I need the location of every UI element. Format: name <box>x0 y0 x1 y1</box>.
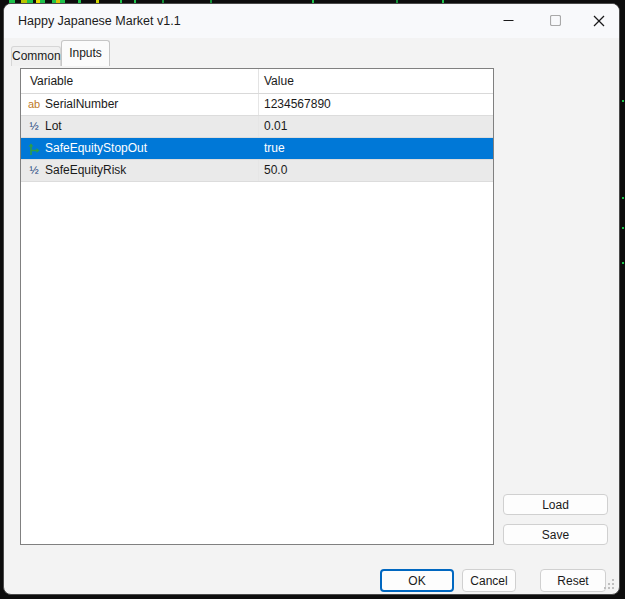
variable-value[interactable]: true <box>259 138 493 159</box>
tab-common-label: Common <box>12 49 61 63</box>
tab-inputs-label: Inputs <box>69 46 102 60</box>
text-type-icon: ab <box>26 94 42 115</box>
variable-name: SafeEquityStopOut <box>45 138 147 159</box>
maximize-button[interactable] <box>533 5 577 36</box>
save-button[interactable]: Save <box>503 524 608 545</box>
variable-name: SafeEquityRisk <box>45 160 126 181</box>
column-header-variable[interactable]: Variable <box>21 69 259 93</box>
expert-properties-dialog: Happy Japanese Market v1.1 Common <box>3 3 620 595</box>
table-row-lot[interactable]: ½ Lot 0.01 <box>21 116 493 138</box>
table-row-safeequityrisk[interactable]: ½ SafeEquityRisk 50.0 <box>21 160 493 182</box>
enum-type-icon <box>26 142 42 156</box>
inputs-table: Variable Value ab SerialNumber 123456789… <box>20 68 494 545</box>
maximize-icon <box>550 15 561 26</box>
background-chart-speck <box>622 197 624 199</box>
variable-value[interactable]: 50.0 <box>259 160 493 181</box>
reset-button[interactable]: Reset <box>540 569 606 592</box>
table-header: Variable Value <box>21 69 493 94</box>
load-button[interactable]: Load <box>503 494 608 515</box>
window-title: Happy Japanese Market v1.1 <box>18 4 181 38</box>
tab-inputs[interactable]: Inputs <box>61 40 110 66</box>
variable-value[interactable]: 0.01 <box>259 116 493 137</box>
column-header-value[interactable]: Value <box>259 69 493 93</box>
table-row-serialnumber[interactable]: ab SerialNumber 1234567890 <box>21 94 493 116</box>
background-chart-speck <box>622 227 624 229</box>
number-type-icon: ½ <box>26 116 42 137</box>
background-chart: Happy Japanese Market v1.1 Common <box>0 0 625 599</box>
variable-name: Lot <box>45 116 62 137</box>
titlebar[interactable]: Happy Japanese Market v1.1 <box>4 4 619 38</box>
resize-grip[interactable] <box>604 579 614 589</box>
minimize-icon <box>503 15 514 26</box>
background-chart-speck <box>622 100 624 102</box>
table-row-safeequitystopout[interactable]: SafeEquityStopOut true <box>21 138 493 160</box>
variable-value[interactable]: 1234567890 <box>259 94 493 115</box>
variable-name: SerialNumber <box>45 94 118 115</box>
minimize-button[interactable] <box>486 5 530 36</box>
tab-common[interactable]: Common <box>11 46 61 66</box>
number-type-icon: ½ <box>26 160 42 181</box>
background-chart-speck <box>622 262 624 264</box>
close-icon <box>593 15 605 27</box>
ok-button[interactable]: OK <box>380 569 454 592</box>
close-button[interactable] <box>577 5 620 36</box>
cancel-button[interactable]: Cancel <box>462 569 516 592</box>
